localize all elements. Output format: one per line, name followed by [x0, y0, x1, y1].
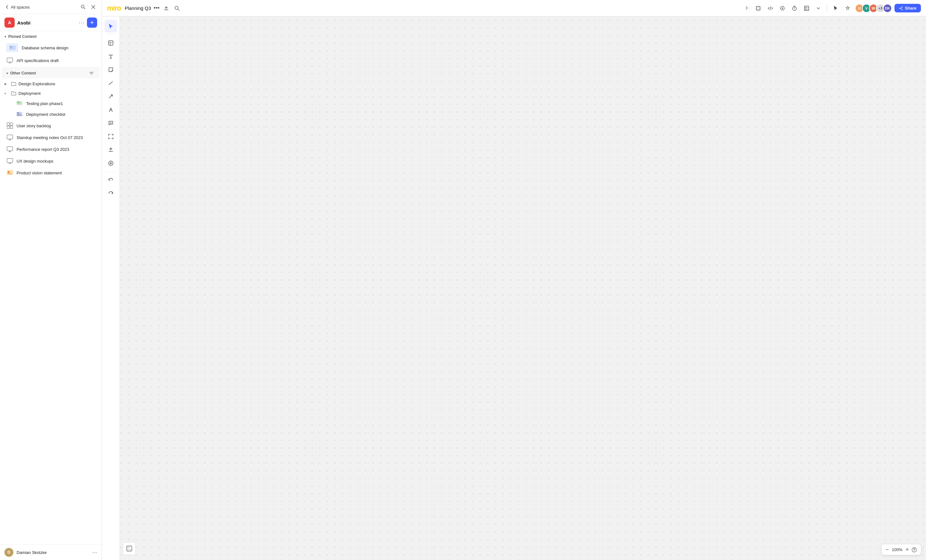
svg-rect-24: [8, 174, 12, 174]
svg-point-0: [81, 5, 84, 8]
list-item[interactable]: Product vision statement: [2, 167, 100, 178]
pinned-section-header[interactable]: ▾ Pinned Content: [0, 31, 101, 41]
list-item[interactable]: Standup meeting notes Oct 07 2023: [2, 132, 100, 143]
minimap-toggle-button[interactable]: [123, 542, 136, 555]
undo-icon: [108, 177, 113, 183]
search-board-button[interactable]: [173, 4, 181, 12]
back-label: All spaces: [11, 5, 30, 9]
sidebar-item-label: Deployment checklist: [26, 112, 65, 117]
zoom-help-button[interactable]: [911, 547, 917, 553]
list-item[interactable]: API specifications draft: [2, 55, 100, 66]
sidebar-search-button[interactable]: [79, 3, 87, 11]
monitor-icon: [6, 146, 14, 153]
cursor-tool-button[interactable]: [831, 4, 840, 12]
list-item[interactable]: Database schema design: [2, 41, 100, 54]
add-tool[interactable]: [104, 157, 117, 170]
list-item[interactable]: UX design mockups: [2, 155, 100, 167]
grid-icon: [6, 122, 14, 129]
undo-button[interactable]: [104, 174, 117, 186]
folder-item[interactable]: ▾ Deployment: [0, 89, 101, 98]
svg-point-25: [175, 6, 178, 9]
canvas-area[interactable]: − 100% +: [102, 17, 926, 560]
list-item[interactable]: Deployment checklist: [0, 109, 101, 120]
table-button[interactable]: [802, 4, 811, 12]
expand-button[interactable]: [741, 4, 751, 12]
list-item[interactable]: User story backlog: [2, 120, 100, 131]
monitor-icon: [6, 157, 14, 165]
timer-button[interactable]: [790, 4, 799, 12]
share-label: Share: [905, 6, 917, 11]
cursor-tool[interactable]: [104, 20, 117, 32]
comment-tool[interactable]: [104, 117, 117, 130]
cursor-icon: [108, 23, 113, 29]
svg-point-29: [782, 8, 783, 9]
svg-rect-27: [757, 7, 760, 9]
svg-rect-31: [804, 6, 809, 11]
sticky-note-tool[interactable]: [104, 63, 117, 76]
folder-chevron-icon: ▾: [5, 92, 9, 95]
back-button[interactable]: All spaces: [5, 5, 30, 9]
workspace-add-button[interactable]: +: [87, 18, 97, 28]
list-item[interactable]: Testing plan phase1: [0, 98, 101, 109]
sidebar-item-label: Performance report Q3 2023: [17, 147, 95, 152]
zoom-out-button[interactable]: −: [885, 546, 889, 553]
frame-icon: [755, 5, 761, 11]
svg-rect-3: [10, 47, 13, 48]
list-item[interactable]: Performance report Q3 2023: [2, 143, 100, 155]
svg-rect-8: [17, 103, 21, 103]
folder-item[interactable]: ▶ Design Explorations: [0, 79, 101, 89]
workspace-row: A Asobi ⋯ +: [0, 14, 101, 31]
sidebar-item-label: User story backlog: [17, 124, 95, 128]
frame-layout-tool[interactable]: [104, 36, 117, 49]
upload-button[interactable]: [162, 4, 170, 12]
workspace-more-button[interactable]: ⋯: [79, 19, 85, 26]
toolbar-right: U V W +3 DK Share: [741, 4, 921, 13]
svg-rect-18: [10, 126, 13, 128]
miro-logo: miro: [107, 4, 121, 12]
collaborate-button[interactable]: [843, 4, 852, 12]
text-tool[interactable]: [104, 50, 117, 63]
svg-rect-14: [17, 115, 22, 116]
board-title-more-button[interactable]: •••: [153, 5, 160, 11]
svg-rect-19: [7, 135, 13, 139]
text-icon: [108, 53, 113, 59]
zoom-bar: − 100% +: [882, 544, 921, 555]
upload-tool[interactable]: [104, 143, 117, 156]
share-button[interactable]: Share: [894, 4, 921, 12]
user-more-button[interactable]: ⋯: [92, 549, 97, 555]
frame-corners-tool[interactable]: [104, 130, 117, 143]
arrow-tool[interactable]: [104, 90, 117, 103]
zoom-level: 100%: [891, 547, 903, 552]
other-section-label: Other Content: [10, 71, 86, 75]
redo-button[interactable]: [104, 187, 117, 200]
sidebar-close-button[interactable]: [89, 3, 97, 11]
cursor-icon: [833, 5, 838, 11]
board-title: Planning Q3: [125, 5, 151, 11]
svg-rect-7: [17, 102, 20, 103]
sidebar-item-label: Standup meeting notes Oct 07 2023: [17, 135, 95, 140]
search-icon: [174, 5, 180, 11]
more-tools-button[interactable]: [814, 5, 823, 12]
sidebar-item-label: API specifications draft: [17, 58, 95, 63]
sort-button[interactable]: [88, 70, 95, 76]
focus-button[interactable]: [778, 4, 787, 12]
board-thumbnail-warm-icon: [6, 169, 14, 176]
other-section-header[interactable]: ▾ Other Content: [2, 67, 100, 78]
workspace-avatar: A: [5, 18, 15, 28]
code-button[interactable]: [766, 4, 775, 12]
close-icon: [91, 5, 96, 9]
svg-rect-21: [7, 158, 13, 163]
connector-tool[interactable]: [104, 77, 117, 89]
letter-a-tool[interactable]: [104, 103, 117, 116]
add-icon: [108, 160, 113, 166]
svg-rect-5: [7, 58, 13, 62]
svg-rect-15: [7, 123, 9, 125]
zoom-in-button[interactable]: +: [905, 546, 909, 553]
board-thumbnail-icon: [16, 100, 23, 107]
share-icon: [899, 6, 903, 11]
code-icon: [767, 5, 773, 11]
svg-point-32: [902, 6, 902, 7]
svg-point-23: [8, 171, 9, 173]
sidebar-header-actions: [79, 3, 97, 11]
frame-button[interactable]: [754, 4, 763, 12]
